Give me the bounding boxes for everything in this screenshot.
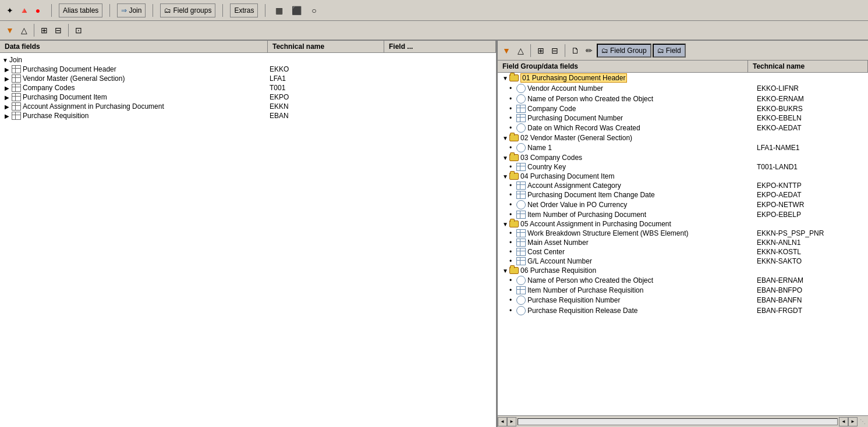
icon-grid[interactable]: ▦ [272, 4, 285, 17]
field-psp-pnr[interactable]: • Work Breakdown Structure Element (WBS … [498, 229, 868, 238]
extras-button[interactable]: Extras [230, 3, 258, 17]
scroll-right-arrow[interactable]: ► [848, 417, 858, 426]
icon-logo3[interactable]: ● [31, 4, 44, 17]
g02-expand[interactable]: ▼ [502, 135, 509, 141]
new-page-icon[interactable]: 🗋 [569, 44, 582, 57]
collapse-icon-right[interactable]: ⊟ [548, 44, 561, 57]
field-tech-ernam: EKKO-ERNAM [757, 95, 866, 103]
icon-logo1[interactable]: ✦ [3, 4, 16, 17]
scroll-right-arrow-left[interactable]: ► [507, 417, 516, 426]
field-ekpo-aedat[interactable]: • Purchasing Document Item Change Date E… [498, 190, 868, 200]
field-aedat[interactable]: • Date on Which Record Was Created EKKO-… [498, 123, 868, 133]
field-groups-button[interactable]: 🗂 Field groups [160, 3, 215, 17]
field-ebelp[interactable]: • Item Number of Purchasing Document EKP… [498, 210, 868, 219]
field-bukrs[interactable]: • Company Code EKKO-BUKRS [498, 104, 868, 113]
horizontal-scrolltrack[interactable] [518, 418, 838, 425]
left-tree-item-ekko[interactable]: ▶ Purchasing Document Header EKKO [0, 65, 496, 74]
sep-r1 [530, 44, 531, 57]
group-06[interactable]: ▼ 06 Purchase Requisition [498, 266, 868, 275]
field-anln1[interactable]: • Main Asset Number EKKN-ANLN1 [498, 238, 868, 247]
join-expand-icon[interactable]: ▼ [2, 57, 9, 63]
g06-expand[interactable]: ▼ [502, 268, 509, 274]
left-tree-item-eban[interactable]: ▶ Purchase Requisition EBAN [0, 111, 496, 120]
separator-2 [109, 4, 110, 17]
expand-icon-right[interactable]: ⊞ [534, 44, 547, 57]
g06-folder-icon [509, 267, 519, 274]
filter-icon-right[interactable]: ▼ [500, 44, 513, 57]
sort-icon-right[interactable]: △ [514, 44, 527, 57]
field-bullet: • [509, 239, 516, 247]
ekkn-expand[interactable]: ▶ [5, 104, 12, 110]
field-netwr[interactable]: • Net Order Value in PO Currency EKPO-NE… [498, 200, 868, 210]
left-tree-item-lfa1[interactable]: ▶ Vendor Master (General Section) LFA1 [0, 74, 496, 83]
collapse-icon[interactable]: ⊟ [52, 24, 65, 37]
field-label-psp: Work Breakdown Structure Element (WBS El… [527, 229, 689, 237]
g04-expand[interactable]: ▼ [502, 173, 509, 180]
group-05[interactable]: ▼ 05 Account Assignment in Purchasing Do… [498, 219, 868, 229]
right-panel-header: Field Group/data fields Technical name [498, 61, 868, 73]
field-tech-ebeln: EKKO-EBELN [757, 114, 866, 122]
edit-icon[interactable]: ✏ [583, 44, 596, 57]
group-02[interactable]: ▼ 02 Vendor Master (General Section) [498, 133, 868, 143]
layout-icon[interactable]: ⊡ [72, 24, 85, 37]
ekpo-expand[interactable]: ▶ [5, 94, 12, 101]
sort-icon-left[interactable]: △ [17, 24, 30, 37]
field-sakto[interactable]: • G/L Account Number EKKN-SAKTO [498, 257, 868, 266]
field-knttp[interactable]: • Account Assignment Category EKPO-KNTTP [498, 181, 868, 190]
tree-root-join[interactable]: ▼ Join [0, 55, 496, 65]
field-name1[interactable]: • Name 1 LFA1-NAME1 [498, 143, 868, 153]
alias-tables-button[interactable]: Alias tables [59, 3, 102, 17]
t001-tech: T001 [270, 84, 386, 92]
field-eban-ernam[interactable]: • Name of Person who Created the Object … [498, 275, 868, 286]
field-bullet: • [509, 286, 516, 294]
field-label-banfn: Purchase Requisition Number [527, 296, 620, 304]
left-tree-item-ekkn[interactable]: ▶ Account Assignment in Purchasing Docum… [0, 102, 496, 111]
group-04[interactable]: ▼ 04 Purchasing Document Item [498, 172, 868, 181]
group-01[interactable]: ▼ 01 Purchasing Document Header [498, 73, 868, 83]
field-bullet: • [509, 296, 516, 304]
right-tree-container[interactable]: ▼ 01 Purchasing Document Header • Vendor… [498, 73, 868, 415]
group-03[interactable]: ▼ 03 Company Codes [498, 153, 868, 162]
left-tree-container[interactable]: ▼ Join ▶ Purchasing Document Header EKKO [0, 53, 496, 427]
scroll-left-arrow[interactable]: ◄ [498, 417, 507, 426]
field-kostl[interactable]: • Cost Center EKKN-KOSTL [498, 247, 868, 257]
g03-expand[interactable]: ▼ [502, 155, 509, 161]
ekkn-table-icon [12, 102, 21, 111]
g05-expand[interactable]: ▼ [502, 221, 509, 227]
lfa1-expand[interactable]: ▶ [5, 76, 12, 82]
field-tech-psp: EKKN-PS_PSP_PNR [757, 229, 866, 237]
field-tech-lifnr: EKKO-LIFNR [757, 84, 866, 92]
field-group-button[interactable]: 🗂 Field Group [597, 44, 651, 58]
field-tech-bukrs: EKKO-BUKRS [757, 105, 866, 113]
scroll-left-arrow2[interactable]: ◄ [839, 417, 848, 426]
join-button[interactable]: ⇒ Join [117, 3, 146, 17]
icon-logo2[interactable]: 🔺 [17, 4, 30, 17]
field-label-bukrs: Company Code [527, 105, 576, 113]
field-tech-netwr: EKPO-NETWR [757, 201, 866, 209]
field-button[interactable]: 🗂 Field [653, 44, 686, 58]
right-panel-toolbar: ▼ △ ⊞ ⊟ 🗋 ✏ 🗂 Field Group 🗂 Field [498, 41, 868, 61]
field-frgdt[interactable]: • Purchase Requisition Release Date EBAN… [498, 305, 868, 316]
icon-stop[interactable]: ⬛ [290, 4, 303, 17]
field-bnfpo[interactable]: • Item Number of Purchase Requisition EB… [498, 286, 868, 295]
field-label-bnfpo: Item Number of Purchase Requisition [527, 286, 643, 294]
field-banfn[interactable]: • Purchase Requisition Number EBAN-BANFN [498, 295, 868, 305]
field-ebeln[interactable]: • Purchasing Document Number EKKO-EBELN [498, 113, 868, 123]
field-land1[interactable]: • Country Key T001-LAND1 [498, 162, 868, 172]
ekkn-tech: EKKN [270, 102, 386, 111]
field-label-aedat: Date on Which Record Was Created [527, 124, 640, 132]
eban-expand[interactable]: ▶ [5, 113, 12, 119]
field-ernam[interactable]: • Name of Person who Created the Object … [498, 94, 868, 104]
g01-expand[interactable]: ▼ [502, 75, 509, 81]
icon-circle[interactable]: ○ [307, 4, 320, 17]
left-tree-item-t001[interactable]: ▶ Company Codes T001 [0, 83, 496, 92]
ekko-expand[interactable]: ▶ [5, 66, 12, 73]
field-lifnr[interactable]: • Vendor Account Number EKKO-LIFNR [498, 83, 868, 94]
t001-expand[interactable]: ▶ [5, 85, 12, 91]
field-tech-bnfpo: EBAN-BNFPO [757, 286, 866, 294]
field-icon-netwr [516, 200, 526, 209]
left-tree-item-ekpo[interactable]: ▶ Purchasing Document Item EKPO [0, 92, 496, 102]
field-icon-knttp [516, 182, 526, 190]
filter-icon-left[interactable]: ▼ [3, 24, 16, 37]
expand-icon[interactable]: ⊞ [38, 24, 51, 37]
